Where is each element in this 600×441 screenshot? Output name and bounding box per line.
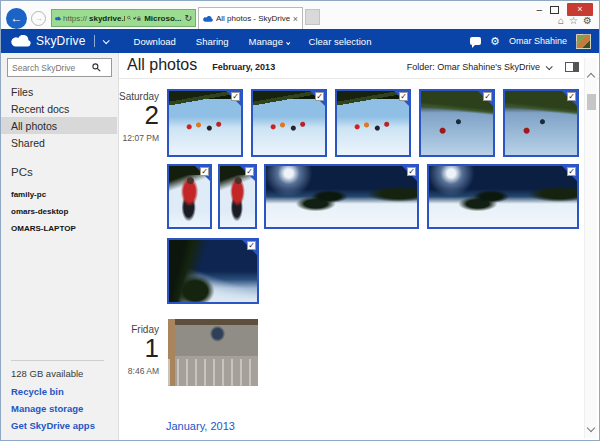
photo-thumbnail[interactable]: ✓ (167, 89, 243, 157)
browser-chrome: ← → https://skydrive.live.co... Microso.… (1, 1, 599, 29)
manage-command-label: Manage (249, 36, 283, 47)
selected-checkbox-icon[interactable]: ✓ (407, 167, 416, 176)
url-host: skydrive.live.co... (89, 14, 125, 23)
sidebar-divider (11, 360, 104, 361)
logo-divider (94, 35, 95, 47)
skydrive-logo[interactable]: SkyDrive (11, 34, 108, 48)
scroll-down-icon[interactable] (587, 424, 595, 432)
tab-favicon-cloud-icon (203, 16, 213, 22)
address-dropdown-icon[interactable] (133, 15, 137, 19)
site-identity-label[interactable]: Microso... (144, 14, 181, 23)
sidebar-item-omars-desktop[interactable]: omars-desktop (1, 203, 117, 220)
photo-thumbnail[interactable] (168, 319, 258, 386)
browser-window: ← → https://skydrive.live.co... Microso.… (0, 0, 600, 441)
home-icon[interactable]: ⌂ (558, 15, 564, 26)
forward-arrow-icon: → (35, 14, 43, 23)
day-number[interactable]: 2 (119, 102, 159, 129)
sidebar-item-all-photos[interactable]: All photos (1, 117, 117, 134)
storage-available-label: 128 GB available (11, 368, 104, 379)
user-avatar[interactable] (576, 34, 591, 49)
app-bar-right: ⚙ Omar Shahine (470, 34, 591, 49)
download-command[interactable]: Download (134, 36, 176, 47)
photo-thumbnail[interactable]: ✓ (218, 164, 257, 229)
scrollbar-thumb[interactable] (587, 94, 596, 110)
selected-checkbox-icon[interactable]: ✓ (200, 167, 209, 176)
pcs-section-header[interactable]: PCs (1, 166, 117, 186)
search-input[interactable] (12, 63, 92, 73)
scroll-up-icon[interactable] (587, 73, 595, 81)
user-name[interactable]: Omar Shahine (509, 36, 567, 46)
day-time: 8:46 AM (119, 366, 159, 376)
sidebar-item-family-pc[interactable]: family-pc (1, 186, 117, 203)
tools-gear-icon[interactable]: ⚙ (583, 15, 592, 26)
get-skydrive-apps-link[interactable]: Get SkyDrive apps (11, 420, 104, 431)
refresh-icon[interactable]: ↻ (184, 13, 192, 23)
favorites-star-icon[interactable]: ☆ (569, 15, 578, 26)
selected-checkbox-icon[interactable]: ✓ (245, 167, 254, 176)
photo-thumbnail[interactable]: ✓ (335, 89, 411, 157)
sidebar-item-shared[interactable]: Shared (1, 134, 117, 151)
cloud-icon (55, 15, 61, 22)
photo-thumbnail[interactable]: ✓ (251, 89, 327, 157)
clear-selection-command[interactable]: Clear selection (309, 36, 372, 47)
sidebar-item-recent-docs[interactable]: Recent docs (1, 100, 117, 117)
day-number[interactable]: 1 (119, 335, 159, 362)
browser-toolbar-icons: ⌂ ☆ ⚙ (558, 15, 592, 26)
selected-checkbox-icon[interactable]: ✓ (567, 167, 576, 176)
selected-checkbox-icon[interactable]: ✓ (315, 92, 324, 101)
tab-close-icon[interactable]: × (293, 14, 298, 24)
settings-gear-icon[interactable]: ⚙ (490, 36, 500, 47)
browser-tab[interactable]: All photos - SkyDrive × (198, 7, 303, 29)
selected-checkbox-icon[interactable]: ✓ (231, 92, 240, 101)
minimize-button[interactable]: – (536, 5, 542, 15)
recycle-bin-link[interactable]: Recycle bin (11, 386, 104, 397)
tab-title: All photos - SkyDrive (216, 14, 290, 23)
photo-thumbnail[interactable]: ✓ (167, 164, 212, 229)
sidebar-footer: 128 GB available Recycle bin Manage stor… (11, 360, 104, 437)
selected-checkbox-icon[interactable]: ✓ (247, 241, 256, 250)
feedback-bubble-icon[interactable] (470, 37, 481, 45)
photo-thumbnail[interactable]: ✓ (167, 238, 259, 304)
selected-checkbox-icon[interactable]: ✓ (567, 92, 576, 101)
back-arrow-icon: ← (11, 11, 23, 25)
selected-checkbox-icon[interactable]: ✓ (399, 92, 408, 101)
vertical-scrollbar[interactable] (584, 58, 597, 438)
manage-command[interactable]: Manage (249, 36, 289, 47)
manage-storage-link[interactable]: Manage storage (11, 403, 104, 414)
forward-button[interactable]: → (31, 11, 46, 26)
app-name: SkyDrive (36, 34, 86, 48)
back-button[interactable]: ← (6, 8, 27, 29)
date-group-saturday: Saturday 2 12:07 PM (119, 91, 159, 143)
main-content: All photos February, 2013 Folder: Omar S… (119, 53, 599, 440)
sidebar-nav: Files Recent docs All photos Shared PCs … (1, 83, 117, 237)
url-scheme: https:// (63, 14, 87, 23)
address-bar[interactable]: https://skydrive.live.co... Microso... ↻ (51, 9, 196, 27)
sidebar-item-omars-laptop[interactable]: OMARS-LAPTOP (1, 220, 117, 237)
sharing-command[interactable]: Sharing (196, 36, 229, 47)
search-magnifier-icon[interactable] (92, 63, 101, 72)
new-tab-button[interactable] (305, 9, 320, 25)
manage-chevron-down-icon (286, 40, 290, 44)
command-bar: Download Sharing Manage Clear selection (134, 36, 372, 47)
lock-icon (137, 14, 141, 23)
skydrive-cloud-icon (11, 35, 31, 47)
photo-thumbnail[interactable]: ✓ (264, 164, 419, 229)
skydrive-app-bar: SkyDrive Download Sharing Manage Clear s… (1, 29, 599, 53)
logo-chevron-down-icon[interactable] (102, 37, 109, 44)
day-time: 12:07 PM (119, 133, 159, 143)
date-group-friday: Friday 1 8:46 AM (119, 324, 159, 376)
search-icon[interactable] (127, 14, 131, 22)
photo-thumbnail[interactable]: ✓ (503, 89, 579, 157)
photo-thumbnail[interactable]: ✓ (419, 89, 495, 157)
sidebar: Files Recent docs All photos Shared PCs … (1, 53, 119, 440)
photo-grid: Saturday 2 12:07 PM Friday 1 8:46 AM Jan… (119, 53, 599, 440)
maximize-button[interactable] (550, 6, 559, 14)
next-month-link[interactable]: January, 2013 (166, 420, 235, 432)
photo-thumbnail[interactable]: ✓ (427, 164, 579, 229)
selected-checkbox-icon[interactable]: ✓ (483, 92, 492, 101)
search-box[interactable] (7, 58, 112, 77)
sidebar-item-files[interactable]: Files (1, 83, 117, 100)
